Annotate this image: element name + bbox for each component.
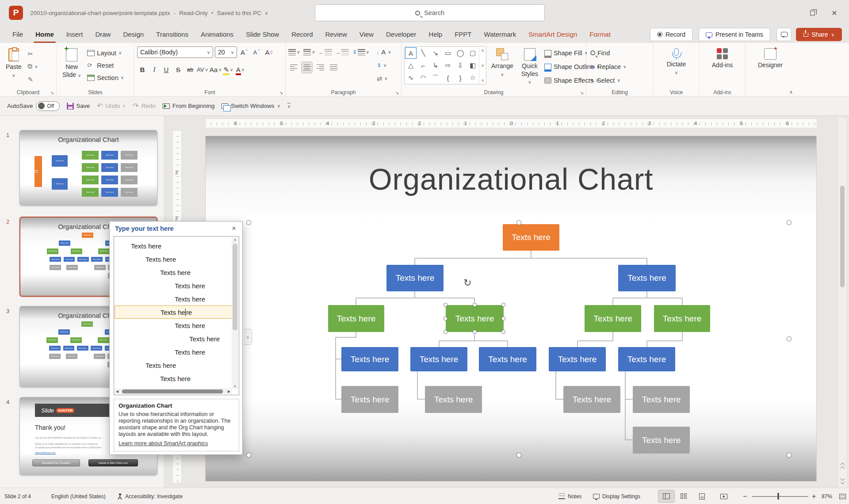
tab-file[interactable]: File: [6, 26, 29, 43]
smartart-frame-handle[interactable]: [787, 453, 792, 458]
new-slide-button[interactable]: + New Slide ∨: [59, 46, 84, 80]
zoom-out-button[interactable]: −: [743, 488, 747, 504]
org-node-l3b[interactable]: Texts here: [446, 305, 504, 332]
tab-watermark[interactable]: Watermark: [478, 26, 523, 43]
tab-developer[interactable]: Developer: [380, 26, 422, 43]
tab-animations[interactable]: Animations: [195, 26, 240, 43]
org-node-l5a[interactable]: Texts here: [341, 386, 398, 413]
convert-smartart-button[interactable]: ⇄∨: [375, 73, 393, 84]
org-node-l6a[interactable]: Texts here: [633, 427, 690, 454]
bullets-button[interactable]: ∨: [288, 46, 300, 57]
tab-design[interactable]: Design: [117, 26, 150, 43]
shape-cell-16[interactable]: }: [455, 73, 466, 83]
tab-view[interactable]: View: [353, 26, 380, 43]
tab-insert[interactable]: Insert: [60, 26, 89, 43]
slidehunter-link[interactable]: www.slidehunter.com: [35, 451, 56, 454]
font-dialog-launcher[interactable]: ↘: [279, 90, 283, 95]
decrease-indent-button[interactable]: ←: [319, 46, 332, 57]
smartart-frame-handle[interactable]: [246, 453, 251, 458]
autosave-control[interactable]: AutoSave Off: [7, 101, 60, 111]
align-right-button[interactable]: [315, 62, 325, 73]
text-pane-list[interactable]: Texts hereTexts hereTexts hereTexts here…: [114, 236, 239, 395]
rotate-handle-icon[interactable]: ↻: [463, 277, 471, 289]
font-size-combo[interactable]: 20∨: [215, 46, 237, 58]
quick-styles-button[interactable]: Quick Styles ∨: [518, 46, 541, 88]
previous-slide-button[interactable]: [838, 460, 846, 473]
zoom-level[interactable]: 87%: [822, 488, 832, 504]
shape-selection-handle[interactable]: [444, 303, 447, 307]
reading-view-button[interactable]: [694, 490, 710, 502]
smartart-frame-handle[interactable]: [516, 220, 521, 225]
download-templates-button[interactable]: Download Free Templates: [32, 459, 80, 466]
replace-button[interactable]: ⇆Replace∨: [589, 61, 627, 72]
shape-cell-17[interactable]: ☆: [467, 73, 478, 83]
tab-help[interactable]: Help: [422, 26, 448, 43]
character-spacing-button[interactable]: AV∨: [197, 64, 208, 75]
shape-selection-handle[interactable]: [501, 317, 505, 321]
align-text-button[interactable]: ⇕∨: [375, 60, 393, 71]
next-slide-button[interactable]: [838, 474, 846, 486]
shrink-font-button[interactable]: Aˇ: [251, 47, 262, 58]
switch-windows-button[interactable]: Switch Windows∨: [222, 103, 280, 109]
justify-button[interactable]: [328, 62, 339, 73]
shape-selection-handle[interactable]: [473, 330, 477, 334]
collapse-ribbon-button[interactable]: ∧: [789, 89, 793, 95]
arrange-button[interactable]: Arrange ∨: [488, 46, 516, 79]
textpane-row[interactable]: Texts here: [115, 372, 238, 385]
textpane-row[interactable]: Texts here: [115, 292, 238, 305]
display-settings-button[interactable]: Display Settings: [593, 488, 640, 504]
record-button[interactable]: Record: [650, 28, 692, 41]
tab-record[interactable]: Record: [285, 26, 319, 43]
text-highlight-button[interactable]: ✎∨: [223, 64, 233, 75]
align-left-button[interactable]: [288, 62, 299, 73]
shape-cell-13[interactable]: ◠: [418, 73, 428, 83]
org-node-l2b[interactable]: Texts here: [618, 265, 676, 291]
slide-scrollbar-thumb[interactable]: [840, 186, 845, 287]
text-pane-vscroll-thumb[interactable]: [233, 244, 237, 330]
cut-button[interactable]: ✂: [27, 48, 39, 59]
paragraph-dialog-launcher[interactable]: ↘: [395, 90, 399, 95]
text-pane-scroll-left-icon[interactable]: ◀: [116, 389, 119, 393]
shape-cell-1[interactable]: ╲: [418, 48, 428, 58]
org-node-l3c[interactable]: Texts here: [585, 305, 641, 332]
textpane-row[interactable]: Texts here: [115, 332, 238, 345]
slide-sorter-view-button[interactable]: [676, 490, 692, 502]
font-color-button[interactable]: A∨: [235, 64, 245, 75]
shapes-gallery-scroll[interactable]: ∧ ∨ ≡: [479, 47, 486, 84]
tab-smartart-design[interactable]: SmartArt Design: [522, 26, 583, 43]
layout-button[interactable]: Layout∨: [86, 47, 125, 58]
clipboard-dialog-launcher[interactable]: ↘: [50, 90, 54, 95]
shape-cell-14[interactable]: ⌒: [430, 73, 441, 83]
autosave-toggle[interactable]: Off: [36, 101, 60, 111]
text-pane-close-button[interactable]: ×: [229, 224, 239, 233]
section-button[interactable]: Section∨: [86, 72, 125, 83]
numbering-button[interactable]: ∨: [303, 46, 315, 57]
saved-status-chevron-icon[interactable]: ∨: [265, 11, 268, 15]
shape-selection-handle[interactable]: [444, 317, 447, 321]
zoom-slider-track[interactable]: [752, 496, 808, 497]
present-in-teams-button[interactable]: Present in Teams: [699, 28, 770, 41]
italic-button[interactable]: I: [149, 64, 160, 75]
shape-cell-10[interactable]: ⇩: [455, 60, 466, 71]
org-node-top[interactable]: Texts here: [503, 224, 559, 251]
normal-view-button[interactable]: [658, 490, 674, 502]
powerpoint-app-icon[interactable]: P: [9, 6, 23, 20]
language-indicator[interactable]: English (United States): [51, 488, 106, 504]
increase-indent-button[interactable]: →: [336, 46, 349, 57]
accessibility-checker[interactable]: Accessibility: Investigate: [117, 488, 183, 504]
designer-button[interactable]: Designer: [755, 46, 786, 71]
share-button[interactable]: Share ∨: [796, 28, 842, 41]
select-button[interactable]: ↖Select∨: [589, 75, 627, 86]
align-center-button[interactable]: [302, 62, 312, 73]
shape-cell-7[interactable]: ⌐: [418, 60, 428, 71]
textpane-row[interactable]: Texts here: [115, 266, 238, 279]
org-node-l3d[interactable]: Texts here: [654, 305, 710, 332]
zoom-in-button[interactable]: +: [812, 488, 816, 504]
smartart-learn-more-link[interactable]: Learn more about SmartArt graphics: [119, 440, 208, 447]
saved-status[interactable]: Saved to this PC: [217, 10, 261, 16]
org-node-l4a[interactable]: Texts here: [341, 347, 398, 371]
tab-format[interactable]: Format: [583, 26, 617, 43]
slide-scrollbar[interactable]: [838, 118, 846, 488]
shapes-scroll-up-icon[interactable]: ∧: [481, 48, 484, 53]
shape-cell-9[interactable]: ⇨: [443, 60, 453, 71]
